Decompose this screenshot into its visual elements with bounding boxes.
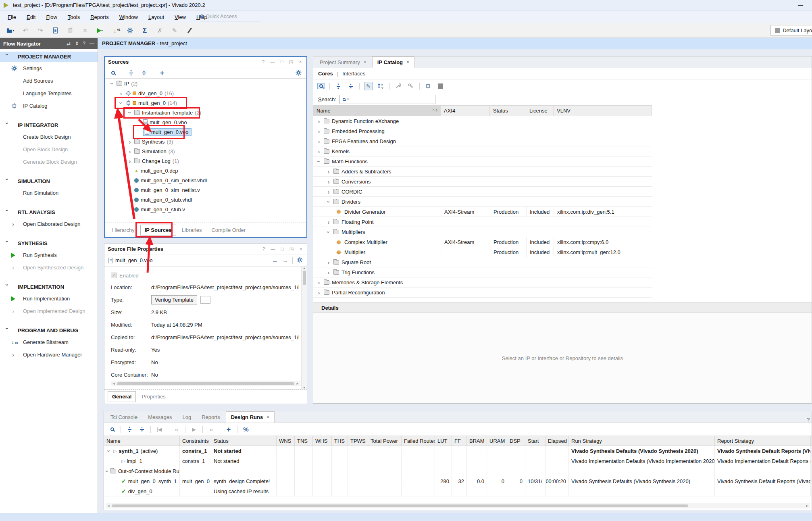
expander-collapsed-icon[interactable]: › bbox=[127, 158, 132, 164]
collapse-all-icon[interactable]: ▼▲ bbox=[334, 82, 342, 90]
menu-tools[interactable]: Tools bbox=[62, 13, 85, 22]
expander-collapsed-icon[interactable]: › bbox=[326, 179, 331, 185]
customize-ip-icon[interactable] bbox=[394, 82, 402, 90]
collapse-arrows-icon[interactable]: ⇄ bbox=[67, 41, 71, 46]
sidebar-item-create-block-design[interactable]: Create Block Design bbox=[0, 131, 98, 143]
tree-item-mult-gen-0-vho[interactable]: mult_gen_0.vho bbox=[105, 117, 306, 127]
sidebar-item-add-sources[interactable]: Add Sources bbox=[0, 75, 98, 87]
delete-icon[interactable]: × bbox=[81, 27, 89, 35]
menu-view[interactable]: View bbox=[169, 13, 191, 22]
expander-collapsed-icon[interactable]: › bbox=[326, 169, 331, 175]
tab-ip-catalog[interactable]: IP Catalog× bbox=[372, 56, 414, 68]
cancel-icon[interactable]: ✗ bbox=[156, 27, 164, 35]
tab-log[interactable]: Log bbox=[177, 411, 196, 423]
catalog-row-conversions[interactable]: ›Conversions bbox=[313, 177, 652, 187]
catalog-row-multipliers[interactable]: ›Multipliers bbox=[313, 227, 652, 237]
percent-icon[interactable]: % bbox=[242, 425, 250, 433]
close-icon[interactable]: × bbox=[267, 414, 269, 420]
expander-expanded-icon[interactable]: › bbox=[106, 448, 112, 453]
column-header-status[interactable]: Status bbox=[211, 436, 277, 446]
chevron-right-icon[interactable]: › bbox=[12, 265, 14, 271]
sidebar-item-open-implemented-design[interactable]: ›Open Implemented Design bbox=[0, 305, 98, 317]
open-project-icon[interactable]: ▾ bbox=[6, 27, 15, 35]
column-header-status[interactable]: Status bbox=[490, 106, 526, 116]
tab-tcl-console[interactable]: Tcl Console bbox=[106, 411, 142, 423]
close-icon[interactable]: × bbox=[298, 246, 304, 252]
column-header-start[interactable]: Start bbox=[525, 436, 545, 446]
catalog-row-floating-point[interactable]: ›Floating Point bbox=[313, 217, 652, 227]
column-header-total-power[interactable]: Total Power bbox=[368, 436, 402, 446]
collapse-all-icon[interactable]: ▼▲ bbox=[127, 69, 135, 77]
catalog-row-square-root[interactable]: ›Square Root bbox=[313, 257, 652, 267]
catalog-row-multiplier[interactable]: MultiplierProductionIncludedxilinx.com:i… bbox=[313, 247, 652, 257]
expander-collapsed-icon[interactable]: › bbox=[316, 148, 321, 154]
column-header-vlnv[interactable]: VLNV bbox=[554, 106, 652, 116]
open-report-icon[interactable] bbox=[51, 27, 59, 35]
tab-interfaces[interactable]: Interfaces bbox=[342, 71, 365, 77]
help-icon[interactable]: ? bbox=[83, 41, 85, 46]
column-header-ths[interactable]: THS bbox=[332, 436, 348, 446]
tree-item-instantiation-template[interactable]: ›Instantiation Template(2) bbox=[105, 108, 306, 117]
forward-arrow-icon[interactable]: → bbox=[282, 257, 288, 264]
expand-all-icon[interactable]: ▲▼ bbox=[140, 69, 148, 77]
expand-all-icon[interactable]: ▲▼ bbox=[347, 82, 355, 90]
column-header-elapsed[interactable]: Elapsed bbox=[545, 436, 569, 446]
catalog-row-trig-functions[interactable]: ›Trig Functions bbox=[313, 267, 652, 277]
float-icon[interactable]: ◳ bbox=[289, 246, 294, 252]
expander-collapsed-icon[interactable]: › bbox=[316, 290, 321, 296]
sidebar-item-open-block-design[interactable]: Open Block Design bbox=[0, 143, 98, 156]
column-header-name[interactable]: Name^ 1 bbox=[313, 106, 441, 116]
expander-collapsed-icon[interactable]: › bbox=[316, 138, 321, 144]
maximize-icon[interactable]: □ bbox=[279, 246, 285, 252]
column-header-dsp[interactable]: DSP bbox=[507, 436, 525, 446]
details-toggle-icon[interactable] bbox=[437, 82, 445, 90]
close-icon[interactable]: × bbox=[406, 59, 409, 65]
sidebar-item-settings[interactable]: Settings bbox=[0, 62, 98, 75]
generate-bitstream-icon[interactable]: ↓01 bbox=[111, 27, 119, 35]
flow-section-header[interactable]: ›IMPLEMENTATION bbox=[0, 282, 98, 292]
search-icon[interactable] bbox=[317, 83, 325, 89]
column-header-lut[interactable]: LUT bbox=[435, 436, 452, 446]
catalog-row-adders-subtracters[interactable]: ›Adders & Subtracters bbox=[313, 167, 652, 177]
run-row-impl-1[interactable]: ▷impl_1constrs_1Not startedVivado Implem… bbox=[104, 456, 812, 466]
customize-icon[interactable] bbox=[185, 27, 194, 35]
maximize-icon[interactable]: □ bbox=[279, 59, 285, 65]
expander-collapsed-icon[interactable]: › bbox=[326, 269, 331, 275]
settings-gear-icon[interactable] bbox=[294, 69, 302, 77]
tab-project-summary[interactable]: Project Summary× bbox=[315, 56, 371, 68]
column-header-bram[interactable]: BRAM bbox=[467, 436, 487, 446]
minimize-window-button[interactable]: — bbox=[798, 2, 809, 8]
run-icon[interactable]: ▶ bbox=[190, 425, 198, 433]
menu-layout[interactable]: Layout bbox=[143, 13, 169, 22]
catalog-row-embedded-processing[interactable]: ›Embedded Processing bbox=[313, 126, 652, 136]
help-icon[interactable]: ? bbox=[807, 417, 812, 423]
column-header-tpws[interactable]: TPWS bbox=[348, 436, 368, 446]
column-header-whs[interactable]: WHS bbox=[313, 436, 332, 446]
catalog-row-divider-generator[interactable]: Divider GeneratorAXI4-StreamProductionIn… bbox=[313, 207, 652, 217]
report-summary-icon[interactable]: Σ bbox=[141, 27, 149, 35]
chevron-right-icon[interactable]: › bbox=[12, 221, 14, 227]
settings-gear-icon[interactable] bbox=[297, 257, 303, 264]
tree-item-mult-gen-0-sim-netlist-v[interactable]: mult_gen_0_sim_netlist.v bbox=[105, 185, 306, 195]
expand-collapse-icon[interactable]: ⇕ bbox=[75, 41, 79, 46]
tree-item-ip[interactable]: ›IP(2) bbox=[105, 79, 306, 88]
expander-collapsed-icon[interactable]: › bbox=[119, 90, 123, 96]
expander-expanded-icon[interactable]: › bbox=[326, 199, 332, 204]
tree-item-div-gen-0[interactable]: ›div_gen_0(16) bbox=[105, 88, 306, 98]
catalog-row-partial-reconfiguration[interactable]: ›Partial Reconfiguration bbox=[313, 288, 652, 298]
tree-item-mult-gen-0-dcp[interactable]: ▲mult_gen_0.dcp bbox=[105, 166, 306, 175]
catalog-row-dividers[interactable]: ›Dividers bbox=[313, 197, 652, 207]
menu-reports[interactable]: Reports bbox=[85, 13, 114, 22]
sidebar-item-run-simulation[interactable]: Run Simulation bbox=[0, 187, 98, 199]
flow-section-header[interactable]: ›SYNTHESIS bbox=[0, 238, 98, 249]
help-icon[interactable]: ? bbox=[261, 246, 267, 252]
copy-icon[interactable] bbox=[66, 27, 74, 35]
tree-item-mult-gen-0-stub-vhdl[interactable]: mult_gen_0_stub.vhdl bbox=[105, 195, 306, 204]
catalog-row-fpga-features-and-design[interactable]: ›FPGA Features and Design bbox=[313, 136, 652, 146]
expander-collapsed-icon[interactable]: › bbox=[326, 259, 331, 265]
sidebar-item-generate-block-design[interactable]: Generate Block Design bbox=[0, 156, 98, 168]
column-header-report-strategy[interactable]: Report Strategy bbox=[715, 436, 811, 446]
run-row-synth-1[interactable]: ›▷synth_1 (active)constrs_1Not startedVi… bbox=[104, 446, 812, 456]
reset-runs-icon[interactable]: |◀ bbox=[155, 425, 163, 433]
sidebar-item-open-hardware-manager[interactable]: ›Open Hardware Manager bbox=[0, 348, 98, 361]
